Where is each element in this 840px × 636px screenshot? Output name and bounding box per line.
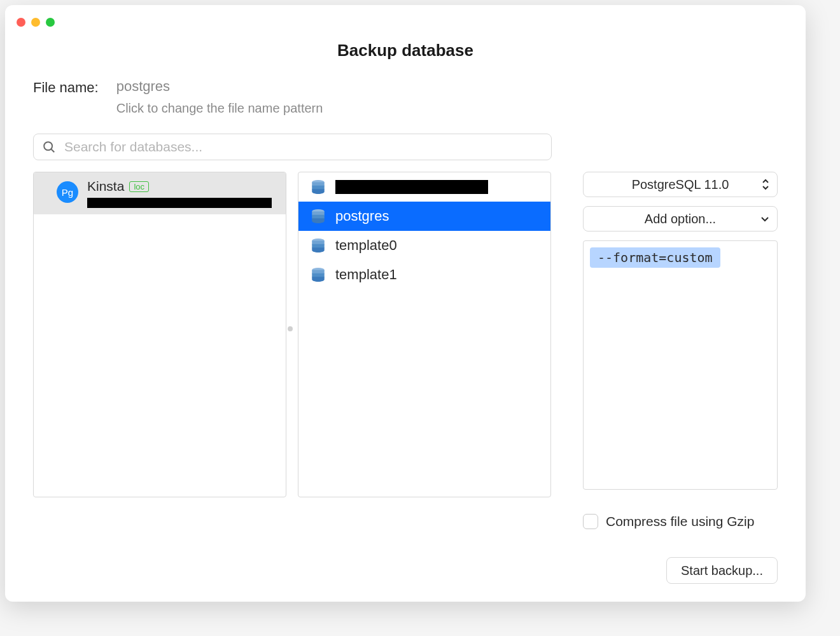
database-name: template1 [335, 266, 397, 283]
version-select[interactable]: PostgreSQL 11.0 [583, 172, 778, 197]
server-name: Kinsta [87, 179, 124, 194]
gzip-checkbox[interactable] [583, 514, 598, 529]
panels-row: Pg Kinsta loc [33, 172, 778, 529]
server-text: Kinsta loc [87, 179, 278, 208]
maximize-window-button[interactable] [46, 18, 55, 27]
filename-hint: Click to change the file name pattern [116, 101, 323, 116]
gzip-label: Compress file using Gzip [606, 514, 754, 529]
postgres-badge-icon: Pg [57, 181, 78, 203]
database-item-postgres[interactable]: postgres [298, 202, 550, 231]
backup-database-window: Backup database File name: postgres Clic… [5, 5, 806, 602]
panel-resize-handle[interactable] [288, 326, 293, 331]
database-item-template0[interactable]: template0 [298, 231, 550, 260]
server-name-row: Kinsta loc [87, 179, 278, 194]
database-name-redacted [335, 180, 488, 194]
filename-label: File name: [33, 78, 99, 96]
version-select-value: PostgreSQL 11.0 [632, 177, 729, 192]
servers-panel[interactable]: Pg Kinsta loc [33, 172, 286, 497]
location-badge: loc [129, 181, 149, 192]
add-option-label: Add option... [645, 212, 716, 226]
footer: Start backup... [5, 542, 806, 602]
databases-panel[interactable]: postgres template0 [298, 172, 551, 497]
filename-right: postgres Click to change the file name p… [116, 78, 323, 116]
database-item-template1[interactable]: template1 [298, 260, 550, 289]
svg-point-0 [44, 142, 52, 150]
add-option-select[interactable]: Add option... [583, 206, 778, 232]
window-title: Backup database [5, 41, 806, 60]
database-icon [310, 179, 326, 195]
gzip-row: Compress file using Gzip [583, 514, 778, 529]
options-column: PostgreSQL 11.0 Add option... --format=c… [583, 172, 778, 529]
database-name: template0 [335, 237, 397, 254]
database-icon [310, 237, 326, 254]
minimize-window-button[interactable] [31, 18, 40, 27]
titlebar [5, 5, 806, 23]
database-icon [310, 266, 326, 283]
database-icon [310, 208, 326, 225]
window-controls [17, 18, 55, 27]
database-item[interactable] [298, 172, 550, 202]
chevron-down-icon [760, 214, 769, 223]
filename-row: File name: postgres Click to change the … [33, 78, 778, 116]
svg-line-1 [52, 149, 55, 153]
search-icon [42, 140, 56, 154]
option-chip-format[interactable]: --format=custom [590, 247, 720, 268]
start-backup-button[interactable]: Start backup... [666, 557, 778, 584]
close-window-button[interactable] [17, 18, 25, 27]
options-panel[interactable]: --format=custom [583, 240, 778, 490]
content-area: File name: postgres Click to change the … [5, 60, 806, 542]
search-input[interactable] [33, 134, 552, 160]
search-wrapper [33, 134, 552, 160]
server-item-kinsta[interactable]: Pg Kinsta loc [34, 172, 286, 214]
server-connection-string-redacted [87, 198, 272, 208]
database-name: postgres [335, 208, 389, 225]
filename-value[interactable]: postgres [116, 78, 323, 95]
updown-chevron-icon [762, 179, 769, 190]
